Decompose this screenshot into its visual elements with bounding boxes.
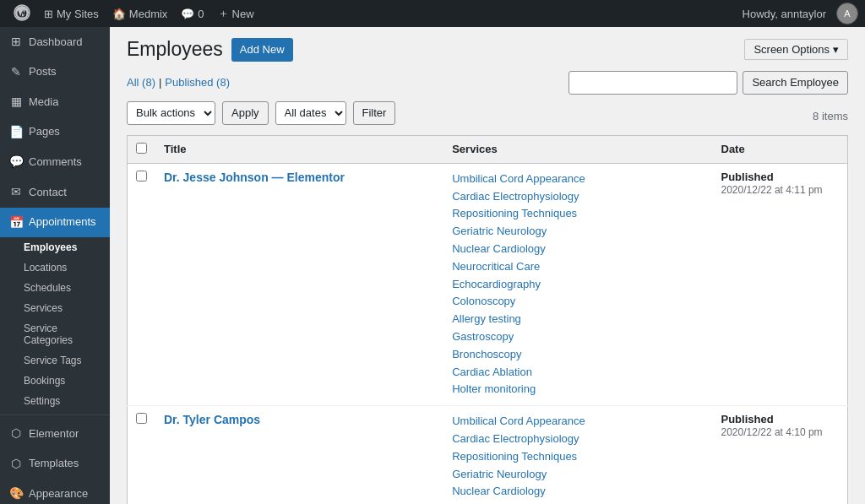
sidebar-item-appointments[interactable]: 📅 Appointments [0, 208, 110, 238]
service-link[interactable]: Colonoscopy [452, 293, 704, 311]
table-row: Dr. Tyler CamposUmbilical Cord Appearanc… [128, 406, 848, 504]
row-name-cell: Dr. Tyler Campos [155, 406, 443, 504]
published-label: Published [165, 76, 213, 89]
sidebar-item-label: Pages [29, 124, 60, 139]
search-bar: Search Employee [569, 71, 848, 95]
service-link[interactable]: Neurocritical Care [452, 501, 704, 504]
sidebar-sub-settings[interactable]: Settings [0, 391, 110, 411]
service-link[interactable]: Bronchoscopy [452, 346, 704, 364]
contact-icon: ✉ [8, 184, 24, 201]
row-services-cell: Umbilical Cord AppearanceCardiac Electro… [443, 406, 712, 504]
date-value: 2020/12/22 at 4:10 pm [721, 426, 823, 438]
sidebar-sub-service-tags[interactable]: Service Tags [0, 350, 110, 371]
employee-name-link[interactable]: Dr. Tyler Campos [164, 413, 260, 426]
sidebar-item-posts[interactable]: ✎ Posts [0, 57, 110, 88]
wp-logo-item[interactable] [7, 0, 37, 27]
service-link[interactable]: Gastroscopy [452, 328, 704, 346]
screen-options-button[interactable]: Screen Options ▾ [744, 39, 848, 60]
admin-bar: ⊞ My Sites 🏠 Medmix 💬 0 ＋ New Howdy, ann… [0, 0, 865, 27]
bookings-sub-label: Bookings [24, 375, 65, 387]
services-sub-label: Services [24, 302, 63, 314]
apply-button[interactable]: Apply [222, 101, 269, 125]
templates-icon: ⬡ [8, 456, 24, 473]
chevron-down-icon: ▾ [833, 43, 839, 56]
sidebar-item-comments[interactable]: 💬 Comments [0, 147, 110, 177]
sidebar: ⊞ Dashboard ✎ Posts ▦ Media 📄 Pages 💬 Co… [0, 27, 110, 504]
avatar-initials: A [844, 8, 850, 19]
bulk-actions-select[interactable]: Bulk actions [127, 101, 215, 125]
row-checkbox-cell [128, 406, 156, 504]
service-link[interactable]: Nuclear Cardiology [452, 483, 704, 501]
service-link[interactable]: Allergy testing [452, 311, 704, 328]
service-link[interactable]: Cardiac Electrophysiology [452, 431, 704, 448]
sidebar-item-contact[interactable]: ✉ Contact [0, 177, 110, 208]
avatar[interactable]: A [836, 3, 858, 24]
row-checkbox[interactable] [136, 171, 147, 182]
sidebar-item-label: Dashboard [29, 35, 83, 50]
service-link[interactable]: Geriatric Neurology [452, 223, 704, 241]
all-filter-link[interactable]: All (8) [127, 76, 155, 89]
sidebar-item-dashboard[interactable]: ⊞ Dashboard [0, 27, 110, 57]
th-title: Title [155, 135, 443, 163]
filter-bar: Bulk actions Apply All dates Filter [127, 101, 395, 125]
sidebar-item-appearance[interactable]: 🎨 Appearance [0, 479, 110, 504]
sidebar-sub-bookings[interactable]: Bookings [0, 371, 110, 391]
th-services-label: Services [452, 143, 498, 155]
sidebar-sub-employees[interactable]: Employees [0, 237, 110, 257]
search-employee-input[interactable] [569, 71, 737, 95]
service-categories-sub-label: Service Categories [24, 322, 73, 346]
row-date-cell: Published 2020/12/22 at 4:11 pm [713, 163, 848, 405]
row-date-cell: Published 2020/12/22 at 4:10 pm [713, 406, 848, 504]
service-link[interactable]: Holter monitoring [452, 381, 704, 398]
service-link[interactable]: Repositioning Techniques [452, 205, 704, 223]
sidebar-sub-schedules[interactable]: Schedules [0, 278, 110, 298]
service-link[interactable]: Umbilical Cord Appearance [452, 413, 704, 431]
sidebar-item-media[interactable]: ▦ Media [0, 87, 110, 117]
service-link[interactable]: Geriatric Neurology [452, 466, 704, 484]
sidebar-sub-service-categories[interactable]: Service Categories [0, 318, 110, 350]
sidebar-item-elementor[interactable]: ⬡ Elementor [0, 419, 110, 449]
th-services: Services [443, 135, 712, 163]
employee-name-link[interactable]: Dr. Jesse Johnson — Elementor [164, 171, 345, 184]
filter-button[interactable]: Filter [353, 101, 396, 125]
sidebar-sub-services[interactable]: Services [0, 298, 110, 318]
published-filter-link[interactable]: Published (8) [165, 76, 230, 89]
filter-separator: | [159, 76, 161, 89]
published-count: (8) [216, 76, 230, 89]
pages-icon: 📄 [8, 124, 24, 141]
all-label: All [127, 76, 139, 89]
service-link[interactable]: Cardiac Electrophysiology [452, 188, 704, 206]
sidebar-item-templates[interactable]: ⬡ Templates [0, 449, 110, 480]
row-checkbox[interactable] [136, 413, 147, 424]
comments-item[interactable]: 💬 0 [174, 0, 210, 27]
appearance-icon: 🎨 [8, 485, 24, 502]
plus-icon: ＋ [218, 6, 229, 21]
wp-icon [14, 4, 30, 24]
new-item[interactable]: ＋ New [211, 0, 261, 27]
bulk-actions-row: Bulk actions Apply All dates Filter 8 it… [127, 101, 848, 132]
add-new-button[interactable]: Add New [231, 38, 293, 62]
my-sites-item[interactable]: ⊞ My Sites [37, 0, 106, 27]
sidebar-item-label: Appearance [29, 486, 88, 501]
media-icon: ▦ [8, 94, 24, 111]
sidebar-item-label: Appointments [29, 214, 96, 230]
sidebar-item-label: Contact [29, 185, 67, 200]
th-date: Date [713, 135, 848, 163]
table-header-row: Title Services Date [128, 135, 848, 163]
service-link[interactable]: Neurocritical Care [452, 258, 704, 276]
th-date-label: Date [721, 143, 745, 155]
search-employee-button[interactable]: Search Employee [743, 71, 848, 95]
dates-filter-select[interactable]: All dates [275, 101, 346, 125]
service-link[interactable]: Echocardiography [452, 276, 704, 294]
posts-icon: ✎ [8, 64, 24, 81]
sidebar-item-label: Comments [29, 154, 82, 170]
site-name-item[interactable]: 🏠 Medmix [106, 0, 175, 27]
my-sites-label: My Sites [57, 8, 99, 20]
sidebar-sub-locations[interactable]: Locations [0, 257, 110, 278]
service-link[interactable]: Cardiac Ablation [452, 364, 704, 382]
select-all-checkbox[interactable] [136, 143, 147, 154]
service-link[interactable]: Umbilical Cord Appearance [452, 171, 704, 188]
sidebar-item-pages[interactable]: 📄 Pages [0, 117, 110, 148]
service-link[interactable]: Nuclear Cardiology [452, 241, 704, 258]
service-link[interactable]: Repositioning Techniques [452, 448, 704, 466]
